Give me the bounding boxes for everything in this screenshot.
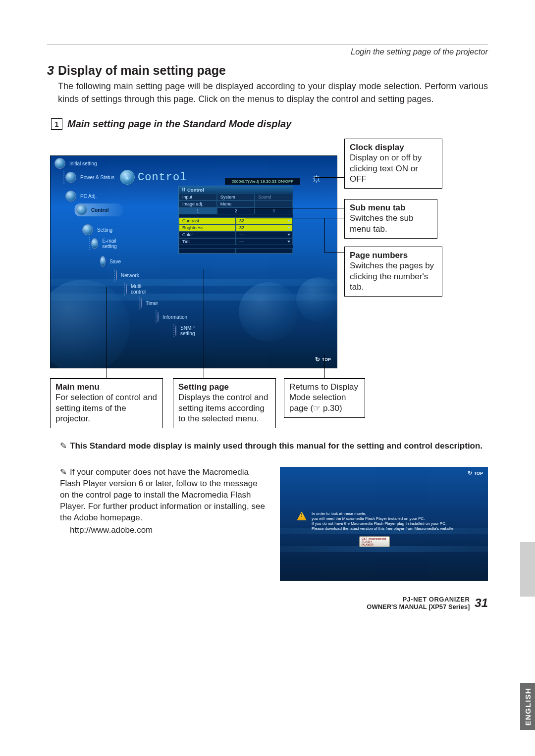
nav-email[interactable]: E-mail setting [89,237,123,250]
decorative-orb [239,282,298,342]
subsection-title: Main setting page in the Standard Mode d… [67,118,291,130]
submenu-system[interactable]: System [217,194,255,201]
callout-main-menu: Main menu For selection of control and s… [50,378,163,428]
page-tab-2[interactable]: 2 [217,207,255,214]
panel-title: ⠿Control [179,186,293,194]
warning-text: In order to look at these movie, you wil… [312,511,455,531]
callout-page-numbers: Page numbers Switches the pages by click… [344,247,442,297]
callout-setting-page: Setting page Displays the control and se… [173,378,276,428]
brightness-label: Brightness [179,224,236,231]
nav-control[interactable]: Control [74,203,123,216]
subsection-number-box: 1 [51,118,62,130]
lower-section: ✎If your computer does not have the Macr… [47,467,488,581]
nav-save[interactable]: Save [99,255,123,268]
main-menu: Initial setting Power & Status PC Adj. C… [54,157,123,338]
header-rule [47,45,488,45]
diagram: ◈ Control 2005/9/7(Wed) 19:30:33 ON/OFF … [47,139,488,426]
nav-pc-adj[interactable]: PC Adj. [64,190,123,202]
tint-label: Tint [179,238,236,245]
adobe-url: http://www.adobe.com [70,525,268,536]
nav-power-status[interactable]: Power & Status [63,171,123,184]
callout-clock-display: Clock display Display on or off by click… [344,139,442,189]
submenu-sound[interactable]: Sound [255,194,293,201]
page-number: 31 [475,596,488,610]
flash-warning: In order to look at these movie, you wil… [297,511,471,531]
sun-icon: ☼ [307,170,326,189]
section-heading: 3 Display of main setting page [47,63,488,78]
page-footer: PJ-NET ORGANIZER OWNER'S MANUAL [XP57 Se… [47,596,488,610]
section-title: Display of main setting page [58,63,226,78]
callout-sub-menu-tab: Sub menu tab Switches the sub menu tab. [344,199,437,239]
tint-value[interactable]: --- [236,238,293,245]
nav-snmp[interactable]: SNMP setting [173,324,177,337]
footer-product: PJ-NET ORGANIZER [367,596,470,603]
nav-timer[interactable]: Timer [139,297,143,309]
top-button[interactable]: TOP [315,356,331,363]
nav-initial-setting[interactable]: Initial setting [54,157,123,170]
subsection-heading: 1 Main setting page in the Standard Mode… [51,118,488,130]
get-flash-player-button[interactable]: GET macromedia FLASH PLAYER [359,536,390,547]
callout-return-link: Returns to Display Mode selection page (… [284,378,365,418]
note-flash-player: ✎If your computer does not have the Macr… [47,467,268,536]
page-header-title: Control [138,171,187,184]
brightness-value[interactable]: 32 [236,224,293,231]
clock-strip[interactable]: 2005/9/7(Wed) 19:30:33 ON/OFF [225,178,300,185]
nav-information[interactable]: Information [156,310,160,323]
intro-paragraph: The following main setting page will be … [58,80,488,105]
footer-manual: OWNER'S MANUAL [XP57 Series] [367,603,470,610]
flash-warning-screenshot: TOP In order to look at these movie, you… [280,467,488,581]
submenu-input[interactable]: Input [179,194,217,201]
nav-multicontrol[interactable]: Multi-control [124,283,128,296]
pencil-icon: ✎ [60,467,70,478]
section-number: 3 [47,63,54,78]
pencil-icon: ✎ [60,441,70,452]
warning-icon [297,511,307,520]
side-tab-grey [520,542,535,597]
main-screenshot: ◈ Control 2005/9/7(Wed) 19:30:33 ON/OFF … [50,155,337,368]
submenu-imageadj[interactable]: Image adj. [179,201,217,207]
note-standard-mode: ✎This Standard mode display is mainly us… [60,441,486,452]
submenu-menu[interactable]: Menu [217,201,255,207]
color-value[interactable]: --- [236,231,293,238]
page-tab-1[interactable]: 1 [179,207,217,214]
nav-setting[interactable]: Setting [81,223,123,236]
page-header: ◈ Control [120,170,187,185]
running-header: Login the setting page of the projector [47,47,488,56]
color-label: Color [179,231,236,238]
contrast-label: Contrast [179,217,236,224]
nav-network[interactable]: Network [114,269,123,282]
setting-panel: ⠿Control Input System Sound Image adj. M… [178,186,293,254]
top-button[interactable]: TOP [468,470,483,476]
